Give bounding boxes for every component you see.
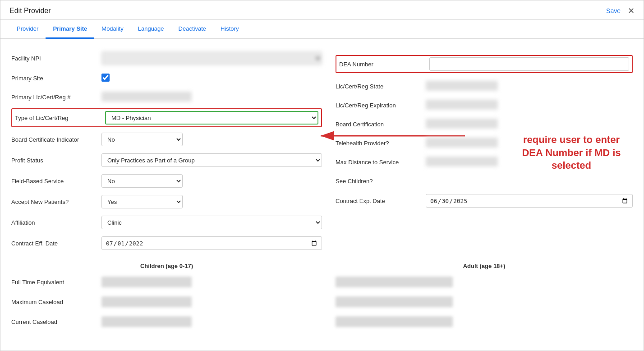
lic-cert-state-label: Lic/Cert/Reg State (336, 83, 426, 90)
primary-lic-label: Primary Lic/Cert/Reg # (11, 94, 101, 101)
contract-eff-label: Contract Eff. Date (11, 240, 101, 247)
see-children-label: See Children? (336, 178, 426, 185)
tab-primary-site[interactable]: Primary Site (46, 20, 94, 39)
field-based-control: No (101, 174, 322, 188)
accept-patients-row: Accept New Patients? Yes (11, 191, 322, 212)
telehealth-label: Telehealth Provider? (336, 140, 426, 147)
lic-cert-exp-label: Lic/Cert/Reg Expiration (336, 102, 426, 109)
accept-patients-label: Accept New Patients? (11, 199, 101, 205)
save-button[interactable]: Save (606, 7, 621, 14)
board-cert-select[interactable]: No (101, 133, 183, 146)
dea-number-label: DEA Number (339, 61, 429, 68)
field-based-label: Field-Based Service (11, 178, 101, 185)
telehealth-control (426, 138, 633, 149)
lic-cert-state-control (426, 81, 633, 92)
dea-number-input[interactable] (429, 57, 629, 71)
board-certification-row: Board Certification (336, 115, 633, 134)
form-content: require user to enter DEA Number if MD i… (0, 39, 644, 351)
full-time-row: Full Time Equivalent (11, 272, 322, 292)
modal-header: Edit Provider Save ✕ (0, 0, 644, 20)
full-time-label: Full Time Equivalent (11, 279, 101, 286)
adult-full-time-row (336, 272, 633, 292)
lic-cert-exp-control (426, 100, 633, 111)
profit-status-select[interactable]: Only Practices as Part of a Group (101, 153, 322, 167)
type-lic-control: MD - Physician (105, 111, 318, 125)
type-lic-row: Type of Lic/Cert/Reg MD - Physician (11, 108, 322, 127)
dea-number-row: DEA Number (336, 51, 633, 77)
contract-eff-row: Contract Eff. Date (11, 233, 322, 254)
contract-eff-input[interactable] (101, 236, 322, 250)
current-caseload-label: Current Caseload (11, 319, 101, 325)
tab-bar: Provider Primary Site Modality Language … (0, 20, 644, 39)
adult-section: Adult (age 18+) (322, 258, 633, 332)
affiliation-row: Affiliation Clinic (11, 212, 322, 233)
edit-provider-modal: Edit Provider Save ✕ Provider Primary Si… (0, 0, 644, 351)
close-button[interactable]: ✕ (628, 7, 635, 15)
facility-npi-label: Facility NPI (11, 55, 101, 62)
lic-cert-state-row: Lic/Cert/Reg State (336, 77, 633, 96)
tab-history[interactable]: History (213, 20, 246, 39)
tab-provider[interactable]: Provider (9, 20, 46, 39)
profit-status-control: Only Practices as Part of a Group (101, 153, 322, 167)
header-actions: Save ✕ (606, 7, 635, 15)
facility-npi-control (101, 51, 322, 65)
adult-max-caseload-row (336, 292, 633, 312)
max-distance-control (426, 157, 633, 168)
left-column: Facility NPI Primary Site (11, 48, 322, 254)
dea-number-control (429, 57, 629, 71)
adult-header: Adult (age 18+) (336, 258, 633, 272)
telehealth-row: Telehealth Provider? (336, 134, 633, 152)
board-cert-label: Board Certificate Indicator (11, 136, 101, 143)
form-grid: Facility NPI Primary Site (11, 48, 633, 254)
max-caseload-label: Maximum Caseload (11, 299, 101, 305)
affiliation-control: Clinic (101, 216, 322, 229)
max-caseload-row: Maximum Caseload (11, 292, 322, 312)
children-section: Children (age 0-17) Full Time Equivalent… (11, 258, 322, 332)
contract-exp-row: Contract Exp. Date (336, 190, 633, 211)
contract-exp-input[interactable] (426, 194, 633, 208)
facility-npi-select[interactable] (101, 51, 322, 65)
tab-modality[interactable]: Modality (94, 20, 130, 39)
type-lic-select[interactable]: MD - Physician (105, 111, 318, 125)
affiliation-label: Affiliation (11, 219, 101, 226)
contract-exp-label: Contract Exp. Date (336, 198, 426, 204)
field-based-row: Field-Based Service No (11, 171, 322, 191)
contract-exp-control (426, 194, 633, 208)
current-caseload-row: Current Caseload (11, 312, 322, 332)
profit-status-label: Profit Status (11, 157, 101, 164)
accept-patients-select[interactable]: Yes (101, 195, 183, 208)
primary-lic-row: Primary Lic/Cert/Reg # (11, 88, 322, 106)
board-certification-label: Board Certification (336, 121, 426, 128)
primary-lic-control (101, 92, 322, 103)
right-column: DEA Number Lic/Cert/Reg State Lic/Cer (322, 48, 633, 254)
affiliation-select[interactable]: Clinic (101, 216, 322, 229)
lic-cert-exp-row: Lic/Cert/Reg Expiration (336, 96, 633, 115)
max-distance-label: Max Distance to Service (336, 159, 426, 166)
adult-current-caseload-row (336, 312, 633, 332)
primary-site-label: Primary Site (11, 75, 101, 82)
children-header: Children (age 0-17) (11, 258, 322, 272)
accept-patients-control: Yes (101, 195, 322, 208)
see-children-row: See Children? (336, 171, 633, 190)
board-cert-row: Board Certificate Indicator No (11, 129, 322, 150)
bottom-section: Children (age 0-17) Full Time Equivalent… (11, 258, 633, 332)
modal-title: Edit Provider (9, 7, 51, 15)
tab-language[interactable]: Language (131, 20, 171, 39)
primary-site-control (101, 74, 322, 83)
facility-npi-row: Facility NPI (11, 48, 322, 69)
profit-status-row: Profit Status Only Practices as Part of … (11, 150, 322, 171)
board-cert-control: No (101, 133, 322, 146)
field-based-select[interactable]: No (101, 174, 183, 188)
tab-deactivate[interactable]: Deactivate (171, 20, 213, 39)
contract-eff-control (101, 236, 322, 250)
board-certification-control (426, 119, 633, 130)
primary-site-checkbox[interactable] (101, 74, 110, 82)
type-lic-label: Type of Lic/Cert/Reg (15, 115, 105, 121)
primary-site-row: Primary Site (11, 69, 322, 88)
max-distance-row: Max Distance to Service (336, 152, 633, 171)
